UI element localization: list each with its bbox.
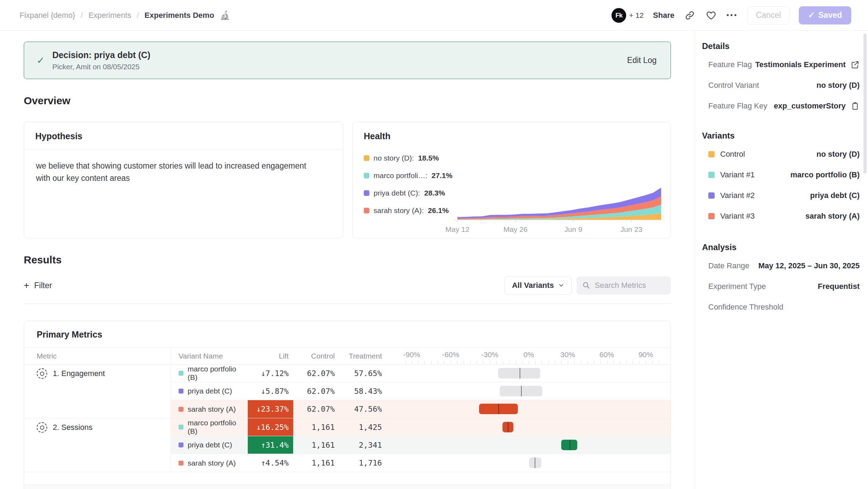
treatment-value: 1,425: [359, 423, 382, 432]
lift-value: ↑31.4%: [248, 436, 293, 454]
variant-swatch: [179, 442, 183, 447]
search-metrics-input[interactable]: [595, 281, 665, 290]
lift-cell: ↑4.54%: [248, 454, 293, 472]
details-label: Control Variant: [708, 81, 759, 90]
treatment-cell: 1,716: [339, 454, 386, 472]
variant-swatch: [708, 213, 715, 219]
clipboard-icon[interactable]: [851, 101, 860, 111]
metric-rows: marco portfolio (B)↓16.25%1,1611,425priy…: [171, 418, 671, 472]
lift-text: ↓23.37%: [256, 405, 289, 413]
variant-key: Variant #2: [720, 191, 755, 200]
share-button[interactable]: Share: [653, 11, 674, 20]
legend-label: priya debt (C):: [374, 189, 420, 197]
variant-value: sarah story (A): [805, 212, 860, 221]
variant-name: sarah story (A): [188, 459, 236, 467]
copy-link-icon[interactable]: [684, 9, 696, 21]
variants-dropdown[interactable]: All Variants: [505, 276, 572, 295]
treatment-cell: 1,425: [339, 418, 386, 436]
variant-key: Control: [720, 150, 745, 159]
hypothesis-body: we believe that showing customer stories…: [24, 149, 332, 194]
breadcrumb-current: Experiments Demo: [145, 11, 214, 20]
treatment-value: 47.56%: [354, 405, 382, 413]
filter-label: Filter: [34, 281, 52, 290]
more-menu-icon[interactable]: •••: [726, 11, 738, 19]
variants-section: Variants Controlno story (D)Variant #1ma…: [702, 131, 860, 221]
lift-value: ↓16.25%: [248, 418, 293, 436]
treatment-value: 57.65%: [354, 369, 382, 378]
health-legend-item: priya debt (C):28.3%: [364, 189, 453, 197]
health-body: no story (D):18.5%marco portfoli…:27.1%p…: [353, 149, 671, 238]
variant-swatch: [179, 389, 183, 394]
control-value: 62.07%: [307, 387, 335, 396]
saved-button[interactable]: ✓ Saved: [799, 6, 851, 24]
variant-name: sarah story (A): [188, 405, 236, 413]
variant-label: marco portfolio (B): [179, 365, 248, 382]
details-section: Details Feature FlagTestimonials Experim…: [702, 41, 860, 111]
variant-name: marco portfolio (B): [188, 419, 248, 435]
ci-median: [570, 440, 570, 450]
details-value: Testimonials Experiment: [755, 60, 846, 69]
experiments-page: Fixpanel {demo} / Experiments / Experime…: [0, 0, 868, 489]
breadcrumb-section[interactable]: Experiments: [88, 11, 131, 20]
analysis-section: Analysis Date RangeMay 12, 2025 – Jun 30…: [702, 242, 860, 312]
lift-text: ↓5.87%: [261, 387, 289, 396]
lift-value: ↑4.54%: [248, 454, 293, 472]
favorite-heart-icon[interactable]: [705, 9, 717, 21]
details-row: Feature Flag Keyexp_customerStory: [708, 101, 860, 111]
window-scrollbar[interactable]: [863, 34, 867, 173]
col-lift: Lift: [248, 348, 293, 364]
saved-label: Saved: [818, 10, 842, 20]
microscope-emoji: 🔬: [220, 10, 230, 20]
x-axis-label: Jun 9: [558, 225, 589, 234]
variants-heading: Variants: [702, 131, 860, 141]
treatment-cell: 2,341: [339, 436, 386, 454]
legend-value: 27.1%: [432, 171, 453, 180]
legend-value: 26.1%: [428, 206, 449, 215]
lift-value: ↓5.87%: [248, 382, 293, 400]
variant-swatch: [708, 192, 715, 199]
breadcrumb-app[interactable]: Fixpanel {demo}: [20, 11, 75, 20]
health-legend: no story (D):18.5%marco portfoli…:27.1%p…: [364, 154, 453, 238]
lift-cell: ↓23.37%: [248, 400, 293, 418]
variant-row: Variant #1marco portfolio (B): [708, 170, 860, 179]
table-row: sarah story (A)↑4.54%1,1611,716: [171, 454, 671, 472]
variants-dropdown-label: All Variants: [512, 281, 554, 290]
details-value: no story (D): [817, 81, 860, 90]
cancel-button[interactable]: Cancel: [747, 6, 789, 24]
treatment-cell: 58.43%: [339, 382, 386, 400]
legend-label: no story (D):: [374, 154, 414, 162]
breadcrumb-separator: /: [137, 11, 139, 20]
ci-axis-label: 90%: [630, 350, 661, 359]
control-cell: 62.07%: [293, 364, 339, 382]
variant-cell: priya debt (C): [171, 436, 248, 454]
ci-median: [521, 386, 522, 396]
analysis-value: Frequentist: [818, 282, 860, 291]
health-chart: May 12May 26Jun 9Jun 23: [453, 183, 663, 234]
plus-icon: +: [24, 281, 29, 290]
add-filter-button[interactable]: + Filter: [24, 281, 52, 290]
analysis-label: Date Range: [708, 261, 749, 270]
variant-label: priya debt (C): [179, 387, 232, 395]
search-metrics-box: [577, 276, 671, 295]
lift-text: ↑31.4%: [261, 441, 289, 449]
ci-axis-label: 0%: [513, 350, 544, 359]
results-toolbar: + Filter All Variants: [24, 276, 671, 295]
treatment-cell: 47.56%: [339, 400, 386, 418]
variant-name: marco portfolio (B): [188, 365, 248, 382]
control-cell: 1,161: [293, 454, 339, 472]
health-legend-item: marco portfoli…:27.1%: [364, 171, 453, 180]
collaborators[interactable]: Fk + 12: [612, 8, 643, 23]
ci-median: [498, 404, 499, 414]
lift-text: ↑4.54%: [261, 459, 289, 467]
control-value: 62.07%: [307, 405, 335, 413]
ci-cell: [399, 418, 665, 436]
ci-cell: [399, 454, 665, 472]
lift-text: ↓16.25%: [256, 423, 289, 432]
avatar[interactable]: Fk: [612, 8, 626, 23]
legend-swatch: [364, 173, 369, 178]
metric-group: 1. Engagementmarco portfolio (B)↓7.12%62…: [24, 364, 671, 418]
analysis-heading: Analysis: [702, 242, 860, 252]
external-link-icon[interactable]: [851, 60, 860, 69]
edit-log-button[interactable]: Edit Log: [627, 56, 657, 65]
variant-cell: marco portfolio (B): [171, 418, 248, 436]
